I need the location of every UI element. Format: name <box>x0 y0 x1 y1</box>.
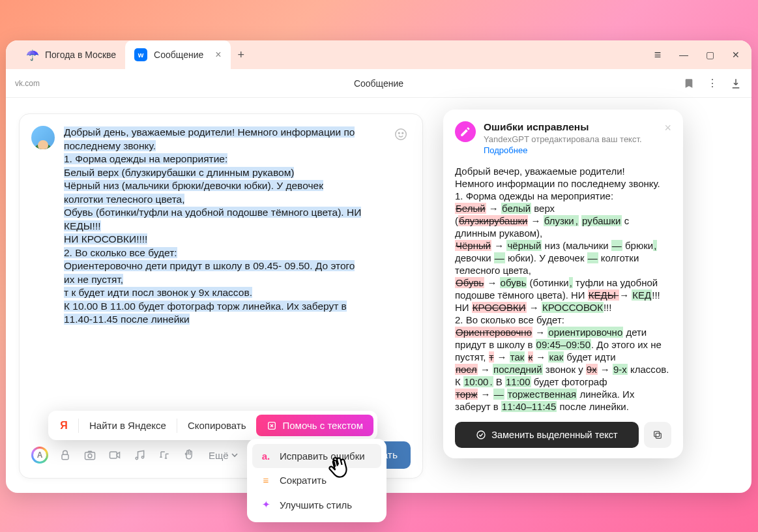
more-icon[interactable]: ⋮ <box>706 77 719 90</box>
text-format-icon[interactable] <box>156 447 172 463</box>
selection-popup: Я Найти в Яндексе Скопировать Помочь с т… <box>48 411 377 440</box>
menu-icon[interactable]: ≡ <box>651 48 664 61</box>
yandex-icon: Я <box>56 418 72 434</box>
spellcheck-icon: a. <box>260 451 272 462</box>
bookmark-icon[interactable] <box>682 77 695 90</box>
download-icon[interactable] <box>729 77 742 90</box>
panel-title: Ошибки исправлены <box>484 121 656 133</box>
minimize-icon[interactable]: — <box>677 48 690 61</box>
more-button[interactable]: Ещё <box>209 450 238 461</box>
message-text[interactable]: Добрый день, уважаемые родители! Немного… <box>64 126 411 327</box>
svg-rect-12 <box>656 433 661 438</box>
corrections-panel: Ошибки исправлены YandexGPT отредактиров… <box>443 110 683 458</box>
new-tab-button[interactable]: + <box>231 48 252 62</box>
svg-point-2 <box>402 132 403 134</box>
svg-point-11 <box>477 431 485 439</box>
close-panel-icon[interactable]: × <box>664 121 671 156</box>
svg-rect-6 <box>110 452 117 458</box>
shorten-icon: ≡ <box>260 475 272 486</box>
umbrella-icon: ☂️ <box>27 49 38 61</box>
sparkle-icon: ✦ <box>260 499 272 510</box>
svg-point-0 <box>396 129 407 140</box>
lock-icon[interactable] <box>57 447 73 463</box>
url-text[interactable]: vk.com <box>15 79 40 88</box>
avatar[interactable] <box>31 126 55 149</box>
tab-label: Погода в Москве <box>45 50 116 60</box>
page-title: Сообщение <box>354 78 403 89</box>
copy-button[interactable]: Скопировать <box>180 415 254 436</box>
help-text-button[interactable]: Помочь с текстом <box>256 415 373 436</box>
address-bar: vk.com Сообщение ⋮ <box>6 69 751 98</box>
shorten-item[interactable]: ≡ Сократить <box>252 468 381 492</box>
tab-label: Сообщение <box>154 50 203 60</box>
svg-rect-4 <box>85 452 95 460</box>
window-controls: ≡ — ▢ ✕ <box>651 40 742 69</box>
video-icon[interactable] <box>107 447 123 463</box>
svg-point-1 <box>398 132 400 134</box>
svg-point-7 <box>136 457 138 459</box>
diff-text: Добрый вечер, уважаемые родители! Немног… <box>455 165 671 413</box>
camera-icon[interactable] <box>82 447 98 463</box>
svg-point-8 <box>141 456 143 458</box>
tab-bar: ☂️ Погода в Москве w Сообщение × + ≡ — ▢… <box>6 40 751 69</box>
replace-button[interactable]: Заменить выделенный текст <box>455 422 639 448</box>
close-window-icon[interactable]: ✕ <box>729 48 742 61</box>
close-icon[interactable]: × <box>215 49 221 61</box>
emoji-icon[interactable] <box>394 127 408 141</box>
tab-message[interactable]: w Сообщение × <box>125 40 231 69</box>
improve-item[interactable]: ✦ Улучшить стиль <box>252 492 381 517</box>
help-dropdown: a. Исправить ошибки ≡ Сократить ✦ Улучши… <box>247 439 386 522</box>
music-icon[interactable] <box>132 447 147 463</box>
fix-errors-item[interactable]: a. Исправить ошибки <box>252 444 381 468</box>
svg-rect-3 <box>62 454 68 460</box>
vk-icon: w <box>134 48 147 61</box>
tab-weather[interactable]: ☂️ Погода в Москве <box>18 40 125 69</box>
peace-icon[interactable] <box>181 447 197 463</box>
edit-icon <box>455 121 476 142</box>
svg-rect-13 <box>654 432 660 437</box>
search-button[interactable]: Найти в Яндексе <box>81 415 174 436</box>
ai-icon[interactable] <box>31 447 48 464</box>
details-link[interactable]: Подробнее <box>484 145 527 155</box>
copy-result-button[interactable] <box>644 422 671 448</box>
panel-subtitle: YandexGPT отредактировала ваш текст. <box>484 134 656 144</box>
svg-point-5 <box>88 454 92 458</box>
maximize-icon[interactable]: ▢ <box>703 48 716 61</box>
